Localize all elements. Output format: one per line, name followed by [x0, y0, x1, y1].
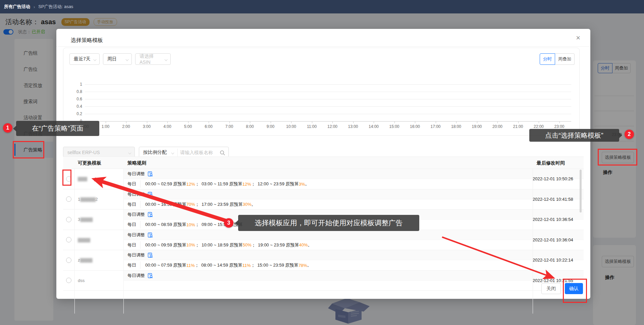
tooltip-step-3: 选择模板应用，即可开始使用对应模板调整广告	[238, 215, 419, 231]
asin-select[interactable]: 请选择ASIN	[135, 53, 171, 65]
x-axis-tick-mark	[436, 122, 436, 123]
allocation-mode-select[interactable]: 按比例分配	[139, 149, 169, 155]
radio-cell	[63, 169, 74, 189]
x-axis-tick-mark	[415, 122, 415, 123]
weekday-select[interactable]: 周日	[103, 53, 132, 65]
breadcrumb-current-campaign: SP广告活动: asas	[38, 4, 73, 10]
day-label: 每日	[127, 262, 140, 268]
x-axis-tick-label: 21:00	[511, 124, 526, 129]
rule-preview-icon[interactable]	[148, 212, 153, 217]
tooltip-step-1: 在“广告策略”页面	[16, 121, 99, 136]
x-axis-tick-mark	[518, 122, 519, 123]
breadcrumb-all-campaigns[interactable]: 所有广告活动	[4, 4, 30, 10]
x-axis-tick-mark	[250, 122, 250, 123]
template-table-row-2: 1▇▇▇▇▇2每日调整每日00:00 ~ 16:59 原预算70%； 17:00…	[63, 189, 584, 210]
rule-preview-icon[interactable]	[148, 232, 153, 238]
rule-header-stripe	[123, 230, 584, 240]
col-header-time: 最后修改时间	[537, 157, 565, 169]
x-axis-tick-label: 6:00	[201, 124, 216, 129]
chart-gridline	[85, 106, 571, 107]
rule-preview-icon[interactable]	[148, 273, 153, 278]
combo-divider	[177, 149, 178, 157]
radio-cell	[63, 189, 74, 210]
template-table: 可更换模板 策略规则 最后修改时间 ▇▇▇每日调整每日00:00 ~ 02:59…	[63, 156, 584, 314]
x-axis-tick-mark	[353, 122, 354, 123]
tooltip-arrow-left	[235, 220, 238, 226]
x-axis-tick-mark	[209, 122, 209, 123]
x-axis-tick-label: 19:00	[470, 124, 484, 129]
rule-header-stripe	[123, 271, 584, 281]
col-header-template: 可更换模板	[78, 157, 101, 169]
budget-percent: 3%	[299, 182, 305, 187]
template-radio-5[interactable]	[66, 258, 71, 263]
top-navigation-bar: 所有广告活动 › SP广告活动: asas	[0, 0, 644, 13]
masked-template-name: ▇▇▇▇	[80, 217, 92, 222]
search-icon[interactable]	[220, 150, 225, 155]
x-axis-tick-mark	[147, 122, 147, 123]
x-axis-tick-mark	[477, 122, 477, 123]
y-axis-tick-label: 0.2	[69, 111, 82, 116]
template-radio-3[interactable]	[66, 217, 71, 222]
chart-gridline	[85, 114, 571, 114]
select-strategy-template-modal: 选择策略模板 × 最近7天 周日 请选择ASIN 分时 周叠加 10.80.60…	[56, 29, 590, 299]
modal-header-divider	[56, 46, 590, 47]
daily-adjust-label: 每日调整	[127, 169, 153, 179]
masked-template-name: ▇▇▇	[78, 176, 87, 181]
rule-preview-icon[interactable]	[148, 171, 153, 177]
x-axis-tick-label: 9:00	[263, 124, 278, 129]
template-radio-4[interactable]	[66, 237, 71, 242]
x-axis-tick-label: 4:00	[160, 124, 175, 129]
day-divider	[140, 241, 141, 249]
hourly-tab[interactable]: 分时	[540, 53, 555, 65]
chevron-down-icon	[125, 58, 128, 61]
x-axis-tick-label: 20:00	[490, 124, 505, 129]
template-name-input[interactable]	[180, 147, 219, 157]
template-name: 3▇▇▇▇	[78, 210, 123, 230]
daily-rule-detail: 每日00:00 ~ 09:59 原预算10%； 10:00 ~ 18:59 原预…	[127, 240, 312, 250]
x-axis-tick-label: 11:00	[305, 124, 319, 129]
tooltip-text: 点击“选择策略模板”	[545, 131, 603, 140]
column-divider	[74, 169, 75, 314]
column-divider	[533, 169, 533, 314]
table-scrollbar-thumb[interactable]	[580, 170, 582, 213]
budget-percent: 50%	[243, 242, 252, 247]
chevron-down-icon	[128, 151, 131, 154]
close-button[interactable]: 关闭	[541, 283, 561, 294]
radio-cell	[63, 271, 74, 291]
budget-percent: 10%	[186, 222, 195, 227]
template-radio-6[interactable]	[66, 278, 71, 283]
x-axis-tick-mark	[312, 122, 312, 123]
x-axis-tick-mark	[497, 122, 498, 123]
tooltip-step-2: 点击“选择策略模板”	[529, 129, 619, 142]
last-modified-time: 2022-12-01 10:36:04	[533, 230, 582, 250]
day-divider	[140, 201, 141, 208]
rule-preview-icon[interactable]	[148, 252, 153, 258]
date-range-select[interactable]: 最近7天	[69, 53, 100, 65]
x-axis-tick-mark	[332, 122, 333, 123]
weekly-overlay-tab[interactable]: 周叠加	[555, 53, 575, 65]
x-axis-tick-mark	[106, 122, 106, 123]
template-radio-2[interactable]	[66, 196, 71, 202]
chevron-down-icon	[93, 58, 96, 61]
masked-template-name: ▇▇▇▇▇	[80, 197, 95, 202]
budget-percent: 12%	[243, 182, 251, 187]
y-axis-tick-label: 1	[69, 82, 82, 87]
x-axis-tick-label: 18:00	[449, 124, 464, 129]
last-modified-time: 2022-12-01 10:50:26	[533, 169, 582, 189]
chevron-down-icon	[171, 151, 174, 154]
close-icon[interactable]: ×	[576, 34, 580, 42]
x-axis-tick-mark	[167, 122, 168, 123]
budget-percent: 11%	[243, 263, 251, 268]
rule-header-stripe	[123, 169, 584, 179]
day-label: 每日	[127, 201, 140, 207]
budget-percent: 70%	[186, 202, 195, 207]
modal-title: 选择策略模板	[71, 37, 103, 44]
confirm-button[interactable]: 确认	[565, 283, 583, 294]
daily-adjust-label: 每日调整	[127, 250, 153, 260]
rule-preview-icon[interactable]	[148, 192, 153, 197]
x-axis-tick-mark	[229, 122, 230, 123]
template-table-header: 可更换模板 策略规则 最后修改时间	[63, 157, 584, 169]
x-axis-tick-mark	[126, 122, 126, 123]
template-radio-1[interactable]	[66, 176, 71, 182]
asin-placeholder: 请选择ASIN	[140, 53, 162, 65]
